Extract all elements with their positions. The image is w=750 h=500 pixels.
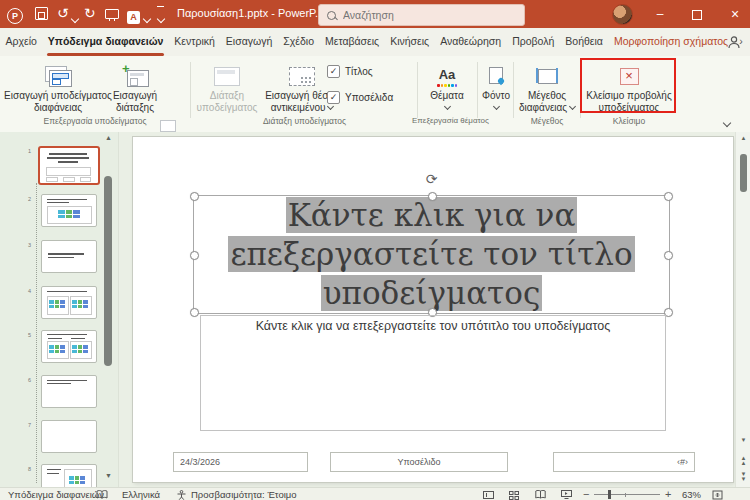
chevron-down-icon: [443, 102, 450, 109]
insert-layout-button[interactable]: + Εισαγωγή διάταξης: [112, 58, 158, 124]
powerpoint-window: P ↺ ↻ A Παρουσίαση1.pptx - PowerP... – ×…: [0, 0, 750, 500]
layout-thumbnail[interactable]: [41, 420, 97, 453]
zoom-in-button[interactable]: +: [665, 488, 671, 500]
scroll-up-icon[interactable]: ▲: [736, 136, 750, 141]
status-accessibility[interactable]: Προσβασιμότητα: Έτοιμο: [191, 488, 297, 500]
slide-editing-surface[interactable]: ⟳ Κάντε κλικ για να επεξεργαστείτε τον τ…: [133, 137, 733, 482]
insert-slide-master-icon: [4, 58, 112, 90]
zoom-slider-thumb[interactable]: [608, 490, 611, 499]
themes-button[interactable]: Aa Θέματα: [420, 58, 474, 124]
selection-handle[interactable]: [664, 192, 673, 201]
thumbnail-number: 4: [28, 288, 31, 294]
undo-dropdown-chevron-icon[interactable]: [72, 9, 78, 27]
spell-check-icon[interactable]: [96, 490, 108, 500]
layout-thumbnail[interactable]: [41, 240, 97, 273]
fit-slide-to-window-icon[interactable]: [712, 490, 723, 500]
panel-scrollbar-thumb[interactable]: [104, 176, 112, 366]
subtitle-placeholder[interactable]: Κάντε κλικ για να επεξεργαστείτε τον υπό…: [200, 315, 666, 431]
selection-handle[interactable]: [428, 192, 437, 201]
accessibility-icon[interactable]: [176, 490, 187, 500]
checkbox-checked-icon[interactable]: ✓: [327, 65, 340, 78]
thumbnail-number: 8: [28, 466, 31, 472]
tab-shape-format[interactable]: Μορφοποίηση σχήματος: [608, 28, 733, 56]
search-input[interactable]: [341, 8, 505, 22]
normal-view-icon[interactable]: [483, 491, 494, 499]
next-slide-icon[interactable]: ▼▼: [736, 472, 750, 482]
save-icon[interactable]: [35, 7, 48, 25]
main-scrollbar[interactable]: ▲ ▼ ▲▲ ▼▼: [735, 132, 750, 487]
selection-handle[interactable]: [664, 251, 673, 260]
tab-file[interactable]: Αρχείο: [0, 28, 42, 56]
tab-animations[interactable]: Κινήσεις: [385, 28, 435, 56]
maximize-button[interactable]: [683, 0, 711, 28]
redo-icon[interactable]: ↻: [84, 4, 96, 22]
zoom-percentage[interactable]: 63%: [682, 488, 701, 500]
tab-slide-master[interactable]: Υπόδειγμα διαφανειών: [42, 28, 169, 56]
status-language[interactable]: Ελληνικά: [122, 488, 160, 500]
selection-handle[interactable]: [190, 192, 199, 201]
rotate-handle-icon[interactable]: ⟳: [426, 171, 438, 187]
background-button[interactable]: Φόντο: [479, 58, 513, 124]
slide-thumbnail-panel: 1 2 3 4 5: [0, 132, 119, 487]
selection-handle[interactable]: [190, 308, 199, 317]
minimize-button[interactable]: –: [646, 0, 674, 28]
panel-scroll-down-icon[interactable]: ▼: [105, 472, 117, 479]
checkbox-title[interactable]: ✓ Τίτλος: [327, 65, 373, 78]
title-placeholder[interactable]: ⟳ Κάντε κλικ για να επεξεργαστείτε τον τ…: [193, 195, 670, 314]
date-placeholder[interactable]: 24/3/2026: [173, 452, 308, 472]
close-master-view-button[interactable]: × Κλείσιμο προβολής υποδείγματος: [586, 58, 672, 124]
close-window-button[interactable]: ×: [721, 0, 749, 28]
style-icon[interactable]: A: [127, 7, 140, 25]
scroll-down-icon[interactable]: ▼: [736, 438, 750, 443]
slideshow-view-icon[interactable]: [561, 490, 572, 500]
layout-thumbnail[interactable]: [41, 330, 97, 363]
slide-number-placeholder[interactable]: ‹#›: [553, 452, 695, 472]
tab-transitions[interactable]: Μεταβάσεις: [319, 28, 384, 56]
search-box[interactable]: [318, 4, 525, 26]
reading-view-icon[interactable]: [535, 490, 546, 500]
insert-slide-master-button[interactable]: Εισαγωγή υποδείγματος διαφάνειας: [4, 58, 112, 124]
style-dropdown-chevron-icon[interactable]: [144, 9, 150, 27]
main-scrollbar-thumb[interactable]: [740, 154, 747, 192]
tab-home[interactable]: Κεντρική: [169, 28, 220, 56]
layout-thumbnail[interactable]: [41, 464, 97, 487]
panel-scroll-up-icon[interactable]: ▲: [105, 134, 117, 141]
document-title: Παρουσίαση1.pptx - PowerP...: [177, 7, 324, 19]
thumb-art: [46, 167, 91, 176]
share-person-icon[interactable]: [727, 35, 742, 53]
previous-slide-icon[interactable]: ▲▲: [736, 456, 750, 466]
collapse-ribbon-chevron-icon[interactable]: [724, 114, 730, 132]
subtitle-text[interactable]: Κάντε κλικ για να επεξεργαστείτε τον υπό…: [256, 319, 611, 333]
title-text-line[interactable]: επεξεργαστείτε τον τίτλο: [194, 235, 669, 274]
tab-view[interactable]: Προβολή: [507, 28, 560, 56]
thumb-art: [80, 177, 91, 182]
thumb-art: [47, 469, 61, 470]
layout-thumbnail[interactable]: [41, 286, 97, 319]
tab-review[interactable]: Αναθεώρηση: [435, 28, 507, 56]
slide-master-thumbnail[interactable]: [38, 146, 100, 185]
checkbox-footers[interactable]: ✓ Υποσέλιδα: [327, 91, 393, 104]
thumb-art: [47, 199, 87, 200]
thumb-art: [58, 161, 78, 163]
user-avatar[interactable]: [612, 4, 633, 25]
slide-sorter-view-icon[interactable]: [509, 491, 519, 500]
tab-design[interactable]: Σχέδιο: [278, 28, 320, 56]
undo-icon[interactable]: ↺: [57, 4, 69, 22]
customize-quick-access-icon[interactable]: [157, 6, 164, 27]
start-slideshow-icon[interactable]: [105, 6, 119, 24]
layout-thumbnail[interactable]: [41, 194, 97, 227]
slide-size-button[interactable]: Μέγεθος διαφάνειας: [516, 58, 578, 124]
tab-help[interactable]: Βοήθεια: [560, 28, 609, 56]
selection-handle[interactable]: [190, 251, 199, 260]
checkbox-checked-icon[interactable]: ✓: [327, 91, 340, 104]
chevron-down-icon: [569, 102, 576, 109]
zoom-out-button[interactable]: −: [583, 488, 589, 500]
footer-placeholder[interactable]: Υποσέλιδο: [330, 452, 508, 472]
thumb-art: [47, 380, 87, 381]
layout-thumbnail[interactable]: [41, 375, 97, 408]
date-text: 24/3/2026: [180, 457, 220, 467]
title-text-line[interactable]: Κάντε κλικ για να: [194, 196, 669, 235]
master-layout-button: Διάταξη υποδείγματος: [196, 58, 258, 124]
tab-insert[interactable]: Εισαγωγή: [220, 28, 277, 56]
thumb-art: [49, 300, 65, 308]
